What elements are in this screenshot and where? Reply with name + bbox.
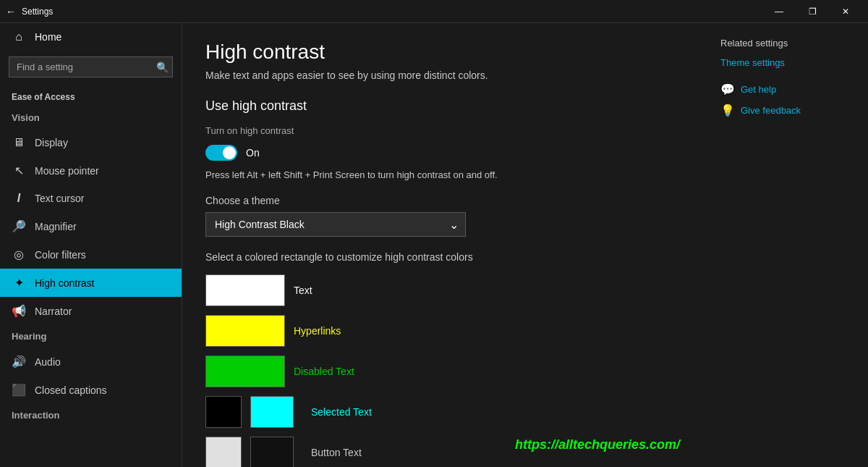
toggle-row: Turn on high contrast: [205, 125, 686, 136]
color-row-disabled-text: Disabled Text: [205, 355, 686, 387]
button-text-bg-swatch[interactable]: [205, 437, 242, 467]
disabled-text-color-label: Disabled Text: [294, 366, 354, 377]
audio-icon: 🔊: [12, 355, 26, 369]
sidebar-item-magnifier-label: Magnifier: [35, 221, 77, 232]
text-color-swatch[interactable]: [205, 274, 285, 306]
narrator-icon: 📢: [12, 304, 26, 318]
disabled-text-color-swatch[interactable]: [205, 355, 285, 387]
hearing-header: Hearing: [0, 325, 182, 348]
color-row-hyperlinks: Hyperlinks: [205, 315, 686, 347]
sidebar-item-audio[interactable]: 🔊 Audio: [0, 348, 182, 376]
color-filters-icon: ◎: [12, 248, 26, 261]
text-cursor-icon: I: [12, 192, 26, 205]
sidebar-item-mouse-pointer[interactable]: ↖ Mouse pointer: [0, 156, 182, 185]
give-feedback-item[interactable]: 💡 Give feedback: [720, 104, 856, 117]
close-button[interactable]: ✕: [829, 0, 862, 23]
home-icon: ⌂: [12, 30, 26, 43]
content-area: High contrast Make text and apps easier …: [182, 23, 709, 467]
sidebar-item-narrator-label: Narrator: [35, 306, 72, 317]
button-text-fg-swatch[interactable]: [250, 437, 294, 467]
sidebar-item-high-contrast[interactable]: ✦ High contrast: [0, 269, 182, 297]
theme-select-wrapper: High Contrast Black High Contrast White …: [205, 212, 466, 237]
sidebar-item-text-cursor-label: Text cursor: [35, 193, 84, 204]
selected-text-color-label: Selected Text: [311, 406, 372, 418]
main-container: ⌂ Home 🔍 Ease of Access Vision 🖥 Display…: [0, 23, 868, 467]
get-help-item[interactable]: 💬 Get help: [720, 83, 856, 96]
watermark: https://alltechqueries.com/: [515, 437, 680, 453]
sidebar-item-narrator[interactable]: 📢 Narrator: [0, 297, 182, 325]
section-title: Use high contrast: [205, 98, 686, 114]
display-icon: 🖥: [12, 136, 26, 149]
search-icon: 🔍: [156, 62, 169, 73]
high-contrast-icon: ✦: [12, 276, 26, 290]
magnifier-icon: 🔎: [12, 219, 26, 233]
back-arrow-icon[interactable]: ←: [6, 6, 16, 17]
interaction-header: Interaction: [0, 404, 182, 426]
get-help-label: Get help: [741, 84, 776, 95]
selected-text-fg-swatch[interactable]: [250, 396, 294, 428]
sidebar-home[interactable]: ⌂ Home: [0, 23, 182, 51]
restore-button[interactable]: ❐: [796, 0, 829, 23]
sidebar-item-closed-captions-label: Closed captions: [35, 384, 107, 396]
hint-text: Press left Alt + left Shift + Print Scre…: [205, 169, 686, 180]
sidebar-item-audio-label: Audio: [35, 356, 61, 368]
sidebar-home-label: Home: [35, 31, 61, 43]
sidebar-item-display[interactable]: 🖥 Display: [0, 129, 182, 156]
sidebar-item-high-contrast-label: High contrast: [35, 277, 94, 289]
related-settings-panel: Related settings Theme settings 💬 Get he…: [709, 23, 868, 467]
vision-header: Vision: [0, 106, 182, 129]
toggle-knob: [223, 146, 236, 159]
hyperlinks-color-swatch[interactable]: [205, 315, 285, 347]
sidebar-item-closed-captions[interactable]: ⬛ Closed captions: [0, 376, 182, 404]
sidebar-item-magnifier[interactable]: 🔎 Magnifier: [0, 212, 182, 240]
titlebar-title: Settings: [22, 7, 53, 17]
closed-captions-icon: ⬛: [12, 383, 26, 397]
give-feedback-label: Give feedback: [741, 105, 801, 116]
high-contrast-toggle[interactable]: [205, 145, 237, 161]
related-settings-title: Related settings: [720, 38, 856, 49]
sidebar-item-text-cursor[interactable]: I Text cursor: [0, 185, 182, 212]
sidebar-item-color-filters[interactable]: ◎ Color filters: [0, 240, 182, 269]
sidebar: ⌂ Home 🔍 Ease of Access Vision 🖥 Display…: [0, 23, 182, 467]
search-box: 🔍: [9, 56, 173, 77]
theme-select[interactable]: High Contrast Black High Contrast White …: [205, 212, 466, 237]
button-text-color-label: Button Text: [311, 447, 362, 458]
titlebar-controls: — ❐ ✕: [762, 0, 862, 23]
text-color-label: Text: [294, 285, 312, 296]
toggle-state-label: On: [246, 147, 260, 159]
titlebar-left: ← Settings: [6, 6, 53, 17]
sidebar-item-display-label: Display: [35, 137, 68, 148]
theme-label: Choose a theme: [205, 195, 686, 206]
toggle-state-row: On: [205, 145, 686, 161]
theme-settings-link[interactable]: Theme settings: [720, 57, 856, 68]
minimize-button[interactable]: —: [762, 0, 796, 23]
page-subtitle: Make text and apps easier to see by usin…: [205, 70, 686, 81]
mouse-pointer-icon: ↖: [12, 164, 26, 177]
hyperlinks-color-label: Hyperlinks: [294, 325, 341, 337]
selected-text-bg-swatch[interactable]: [205, 396, 242, 428]
sidebar-item-color-filters-label: Color filters: [35, 249, 86, 261]
search-input[interactable]: [9, 56, 173, 77]
color-row-text: Text: [205, 274, 686, 306]
sidebar-item-mouse-pointer-label: Mouse pointer: [35, 165, 99, 177]
ease-of-access-label: Ease of Access: [0, 83, 182, 106]
color-row-selected-text: Selected Text: [205, 396, 686, 428]
color-section-label: Select a colored rectangle to customize …: [205, 251, 686, 263]
toggle-row-label: Turn on high contrast: [205, 125, 294, 136]
titlebar: ← Settings — ❐ ✕: [0, 0, 868, 23]
page-title: High contrast: [205, 41, 686, 64]
give-feedback-icon: 💡: [720, 104, 735, 117]
get-help-icon: 💬: [720, 83, 735, 96]
